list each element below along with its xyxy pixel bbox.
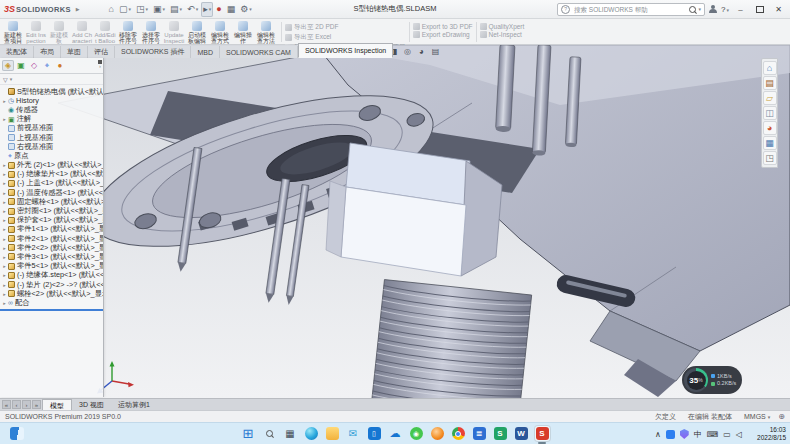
tree-item[interactable]: ▸零件2<2> (默认<<默认>_显示状 xyxy=(0,243,103,252)
tree-item[interactable]: ▸◷History xyxy=(0,96,103,105)
tree-item[interactable]: ▸保护套<1> (默认<<默认>_显示状 xyxy=(0,216,103,225)
undo-icon[interactable]: ↶▾ xyxy=(185,2,200,17)
cast-display-icon[interactable]: ▭ xyxy=(723,430,731,439)
update-inspection-project-button[interactable]: Update Inspection Project xyxy=(163,20,185,44)
expand-arrow-icon[interactable]: ▸ xyxy=(1,236,8,242)
export-3d-pdf-button[interactable]: Export to 3D PDF xyxy=(413,23,473,30)
store-icon[interactable]: ▯ xyxy=(366,425,383,442)
tree-item[interactable]: ▸零件5<1> (默认<<默认>_显示状 xyxy=(0,262,103,271)
net-inspect-button[interactable]: Net-Inspect xyxy=(480,31,525,38)
view-palette-icon[interactable]: ◫ xyxy=(763,106,777,120)
new-file-icon[interactable]: ▢▾ xyxy=(117,2,133,17)
tree-item[interactable]: 前视基准面 xyxy=(0,124,103,133)
tabs-scroll-left[interactable]: ‹ xyxy=(12,400,21,409)
wechat-icon[interactable]: ◉ xyxy=(408,425,425,442)
tray-app-icon[interactable] xyxy=(666,430,675,439)
expand-arrow-icon[interactable]: ▸ xyxy=(1,263,8,269)
screen-recorder-overlay[interactable]: 35% 1KB/s 0.2KB/s xyxy=(682,366,742,394)
tree-item[interactable]: ⌖原点 xyxy=(0,151,103,160)
graphics-area[interactable]: ◲◱◧▣◨◎◕▤ ⌂▤▱◫◕▦◳ ◈▣◇⌖●› ▽ ▾ S型铂铑热电偶 (默认<… xyxy=(0,45,790,398)
add-characteristic-button[interactable]: Add Characteristic xyxy=(71,20,93,44)
rebuild-icon[interactable]: ● xyxy=(214,2,223,17)
expand-arrow-icon[interactable]: ▸ xyxy=(1,199,8,205)
scene-icon[interactable]: ▤ xyxy=(430,46,441,57)
taskbar-clock[interactable]: 16:03 2022/8/15 xyxy=(757,426,786,442)
solidworks-icon[interactable]: S xyxy=(534,425,551,442)
browser-icon[interactable] xyxy=(429,425,446,442)
help-search-box[interactable]: ? ▾ xyxy=(557,3,705,16)
expand-arrow-icon[interactable]: ▸ xyxy=(1,245,8,251)
tree-item[interactable]: ▸密封圈<1> (默认<<默认>_显示状 xyxy=(0,206,103,215)
tree-item[interactable]: ▸∞配合 xyxy=(0,298,103,307)
configurationmanager-tab[interactable]: ◇ xyxy=(28,60,40,71)
tab-sketch[interactable]: 草图 xyxy=(61,46,88,58)
expand-arrow-icon[interactable]: ▸ xyxy=(1,162,8,168)
model-threaded-stud[interactable] xyxy=(367,280,532,398)
export-edrawing-button[interactable]: Export eDrawing xyxy=(413,31,473,38)
tree-item[interactable]: ◉传感器 xyxy=(0,105,103,114)
export-2d-pdf-button[interactable]: 导出至 2D PDF xyxy=(285,23,406,32)
tree-item[interactable]: ▸(-) 上盖<1> (默认<<默认>_显示状 xyxy=(0,179,103,188)
mail-icon[interactable]: ✉ xyxy=(345,425,362,442)
launch-template-editor-button[interactable]: 启动模板编辑器 xyxy=(186,20,208,44)
solidworks-resources-icon[interactable]: ⌂ xyxy=(763,61,777,75)
chrome-icon[interactable] xyxy=(450,425,467,442)
units-selector[interactable]: MMGS▾ xyxy=(744,413,770,420)
expand-arrow-icon[interactable]: ▸ xyxy=(1,272,8,278)
tree-item[interactable]: ▸(-) 绝缘体.step<1> (默认<<默认> xyxy=(0,271,103,280)
panel-pin-icon[interactable] xyxy=(98,60,102,64)
design-library-icon[interactable]: ▤ xyxy=(763,76,777,90)
expand-arrow-icon[interactable]: ▸ xyxy=(1,98,8,104)
dimxpert-tab[interactable]: ⌖ xyxy=(41,60,53,71)
tree-item[interactable]: 上视基准面 xyxy=(0,133,103,142)
doc-status[interactable]: 欠定义 xyxy=(655,412,676,422)
tab-motion-study-1[interactable]: 运动算例1 xyxy=(111,400,157,411)
qualityxpert-button[interactable]: QualityXpert xyxy=(480,23,525,30)
new-inspection-project-button[interactable]: 新建检查项目 (amp;N) xyxy=(2,20,24,44)
add-edit-balloons-button[interactable]: Add/Edit Balloons xyxy=(94,20,116,44)
tree-item[interactable]: ▸固定螺栓<1> (默认<<默认>_显示 xyxy=(0,197,103,206)
home-icon[interactable]: ⌂ xyxy=(107,2,116,17)
tree-item[interactable]: ▸(-) 温度传感器<1> (默认<<默认>_ xyxy=(0,188,103,197)
display-settings-icon[interactable]: ▦ xyxy=(225,2,238,17)
tab-solidworks-addins[interactable]: SOLIDWORKS 插件 xyxy=(115,46,191,58)
restore-button[interactable] xyxy=(752,2,767,16)
new-template-button[interactable]: 新建模板 xyxy=(48,20,70,44)
options-gear-icon[interactable]: ⚙▾ xyxy=(238,2,254,17)
tabs-scroll-first[interactable]: « xyxy=(2,400,11,409)
hide-show-icon[interactable]: ◎ xyxy=(402,46,413,57)
volume-icon[interactable]: ◁ xyxy=(736,430,742,439)
task-view-icon[interactable]: ▦ xyxy=(282,425,299,442)
expand-arrow-icon[interactable]: ▸ xyxy=(1,190,8,196)
search-icon[interactable] xyxy=(261,425,278,442)
word-icon[interactable]: W xyxy=(513,425,530,442)
model-canvas[interactable] xyxy=(0,45,790,398)
edge-icon[interactable] xyxy=(303,425,320,442)
tree-item[interactable]: ▸零件2<1> (默认<<默认>_显示状 xyxy=(0,234,103,243)
search-options-caret[interactable]: ▾ xyxy=(699,6,702,12)
onedrive-icon[interactable]: ☁ xyxy=(387,425,404,442)
start-icon[interactable]: ⊞ xyxy=(240,425,257,442)
export-excel-button[interactable]: 导出至 Excel xyxy=(285,33,406,42)
displaymanager-tab[interactable]: ● xyxy=(54,60,66,71)
tab-3d-views[interactable]: 3D 视图 xyxy=(72,400,111,411)
forum-icon[interactable]: ◳ xyxy=(763,151,777,165)
select-cursor-icon[interactable]: ▸▾ xyxy=(201,2,213,17)
ime-keyboard-icon[interactable]: ⌨ xyxy=(707,430,719,439)
select-balloons-button[interactable]: 选择零件序号 xyxy=(140,20,162,44)
custom-properties-icon[interactable]: ▦ xyxy=(763,136,777,150)
appearances-icon[interactable]: ◕ xyxy=(763,121,777,135)
expand-arrow-icon[interactable]: ▸ xyxy=(1,226,8,232)
status-tag-icon[interactable]: ⊕ xyxy=(778,412,785,421)
tabs-scroll-right[interactable]: › xyxy=(22,400,31,409)
menu-expand-arrow[interactable]: ▶ xyxy=(76,6,80,12)
tree-item[interactable]: ▸零件3<1> (默认<<默认>_显示状 xyxy=(0,252,103,261)
search-icon[interactable] xyxy=(689,6,696,13)
tree-item[interactable]: ▸螺栓<2> (默认<<默认>_显示状态 xyxy=(0,289,103,298)
appearances-icon[interactable]: ◕ xyxy=(416,46,427,57)
expand-arrow-icon[interactable]: ▸ xyxy=(1,208,8,214)
propertymanager-tab[interactable]: ▣ xyxy=(15,60,27,71)
expand-arrow-icon[interactable]: ▸ xyxy=(1,217,8,223)
edit-inspection-methods-button[interactable]: 编辑检查方式 xyxy=(209,20,231,44)
tree-item[interactable]: ▸零件1<1> (默认<<默认>_显示状 xyxy=(0,225,103,234)
